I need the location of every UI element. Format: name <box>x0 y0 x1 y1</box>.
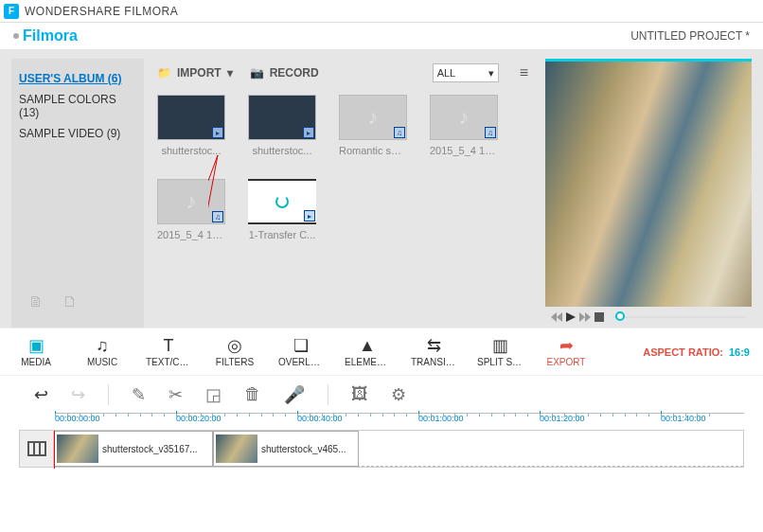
record-button[interactable]: 📷 RECORD <box>250 66 319 80</box>
settings-icon[interactable]: ⚙ <box>391 384 406 405</box>
tool-filters[interactable]: ◎FILTERS <box>212 336 257 367</box>
video-track: shutterstock_v35167... shutterstock_v465… <box>19 430 744 468</box>
new-file-icon[interactable]: 🗋 <box>62 293 78 310</box>
audio-badge-icon: ♫ <box>394 127 405 138</box>
player-controls <box>545 307 752 328</box>
split-icon[interactable]: ✂ <box>169 384 183 405</box>
elements-icon: ▲ <box>357 336 378 355</box>
delete-icon[interactable]: 🗑 <box>244 384 261 404</box>
film-icon <box>27 441 46 456</box>
seek-slider[interactable] <box>613 316 746 318</box>
project-name: UNTITLED PROJECT * <box>630 29 750 43</box>
media-item[interactable]: ▸ shutterstoc... <box>157 95 225 156</box>
tool-music[interactable]: ♫MUSIC <box>80 336 125 367</box>
media-grid: ▸ shutterstoc... ▸ shutterstoc... ♪♫ Rom… <box>157 95 532 240</box>
crop-icon[interactable]: ◲ <box>205 384 222 405</box>
redo-icon[interactable]: ↪ <box>71 384 85 405</box>
sidebar: USER'S ALBUM (6) SAMPLE COLORS (13) SAMP… <box>11 59 144 328</box>
main-toolbar: ▣MEDIA ♫MUSIC TTEXT/CRE... ◎FILTERS ❏OVE… <box>0 328 763 375</box>
media-item[interactable]: ♪♫ Romantic snow <box>339 95 407 156</box>
split-screen-icon: ▥ <box>489 336 510 355</box>
snapshot-icon[interactable]: 🖼 <box>351 384 368 404</box>
music-note-icon: ♪ <box>368 105 379 130</box>
media-item[interactable]: ▸ 1-Transfer C... <box>248 179 316 240</box>
overlays-icon: ❏ <box>291 336 311 355</box>
audio-badge-icon: ♫ <box>485 127 496 138</box>
undo-icon[interactable]: ↩ <box>34 384 48 405</box>
preview-pane <box>545 59 752 328</box>
workspace: USER'S ALBUM (6) SAMPLE COLORS (13) SAMP… <box>0 49 763 328</box>
seek-knob[interactable] <box>615 311 625 321</box>
timeline-clip[interactable]: shutterstock_v35167... <box>54 431 213 467</box>
sidebar-item-user-album[interactable]: USER'S ALBUM (6) <box>19 68 136 89</box>
audio-badge-icon: ♫ <box>212 211 223 222</box>
tool-overlays[interactable]: ❏OVERLAYS <box>278 336 324 367</box>
hamburger-icon[interactable]: ≡ <box>516 64 532 81</box>
transitions-icon: ⇆ <box>423 336 444 355</box>
chevron-down-icon: ▾ <box>488 67 494 80</box>
timeline: 00:00:00:00 00:00:20:00 00:00:40:00 00:0… <box>0 413 763 473</box>
app-logo: Filmora <box>13 27 78 44</box>
filter-select[interactable]: ALL ▾ <box>433 63 499 82</box>
tool-media[interactable]: ▣MEDIA <box>13 336 59 367</box>
video-track-head[interactable] <box>20 431 54 467</box>
folder-icon: 📁 <box>157 66 171 80</box>
new-folder-icon[interactable]: 🗎 <box>28 293 44 310</box>
chevron-down-icon: ▾ <box>227 66 233 80</box>
media-item[interactable]: ♪♫ 2015_5_4 11... <box>430 95 498 156</box>
title-bar: F WONDERSHARE FILMORA <box>0 0 763 23</box>
media-item[interactable]: ▸ shutterstoc... <box>248 95 316 156</box>
tool-split-screen[interactable]: ▥SPLIT SCREEN <box>477 336 523 367</box>
play-icon[interactable] <box>566 312 576 322</box>
media-toolbar: 📁 IMPORT ▾ 📷 RECORD ALL ▾ ≡ <box>157 59 532 87</box>
video-badge-icon: ▸ <box>212 127 223 138</box>
stop-icon[interactable] <box>594 312 604 322</box>
edit-toolbar: ↩ ↪ ✎ ✂ ◲ 🗑 🎤 🖼 ⚙ <box>0 375 763 413</box>
filters-icon: ◎ <box>224 336 245 355</box>
preview-video[interactable] <box>545 59 752 307</box>
clip-thumb <box>57 434 98 463</box>
playhead[interactable] <box>54 431 55 469</box>
clip-area[interactable]: shutterstock_v35167... shutterstock_v465… <box>54 431 743 467</box>
import-button[interactable]: 📁 IMPORT ▾ <box>157 66 233 80</box>
timeline-ruler[interactable]: 00:00:00:00 00:00:20:00 00:00:40:00 00:0… <box>55 413 744 430</box>
aspect-ratio: ASPECT RATIO:16:9 <box>643 346 750 358</box>
tool-export[interactable]: ➦EXPORT <box>543 336 589 367</box>
text-icon: T <box>158 336 179 355</box>
tool-elements[interactable]: ▲ELEMENTS <box>345 336 390 367</box>
sidebar-item-sample-colors[interactable]: SAMPLE COLORS (13) <box>19 89 136 123</box>
sidebar-item-sample-video[interactable]: SAMPLE VIDEO (9) <box>19 123 136 144</box>
clip-thumb <box>216 434 257 463</box>
music-note-icon: ♪ <box>186 189 197 214</box>
media-icon: ▣ <box>26 336 46 355</box>
music-icon: ♫ <box>92 336 113 355</box>
timeline-clip[interactable]: shutterstock_v465... <box>213 431 359 467</box>
tool-text[interactable]: TTEXT/CRE... <box>146 336 191 367</box>
prev-icon[interactable] <box>551 312 562 322</box>
camera-icon: 📷 <box>250 66 264 80</box>
next-icon[interactable] <box>579 312 591 322</box>
export-icon: ➦ <box>556 336 577 355</box>
media-item[interactable]: ♪♫ 2015_5_4 11... <box>157 179 225 240</box>
voice-icon[interactable]: 🎤 <box>284 384 305 405</box>
tool-transitions[interactable]: ⇆TRANSITI... <box>411 336 456 367</box>
loading-icon <box>275 195 289 208</box>
music-note-icon: ♪ <box>459 105 470 130</box>
video-badge-icon: ▸ <box>304 210 315 222</box>
media-pane: 📁 IMPORT ▾ 📷 RECORD ALL ▾ ≡ ▸ shuttersto… <box>157 59 532 328</box>
edit-icon[interactable]: ✎ <box>132 384 146 405</box>
logo-bar: Filmora UNTITLED PROJECT * <box>0 23 763 49</box>
video-badge-icon: ▸ <box>303 127 314 138</box>
app-icon: F <box>4 4 19 19</box>
app-title: WONDERSHARE FILMORA <box>25 5 178 18</box>
